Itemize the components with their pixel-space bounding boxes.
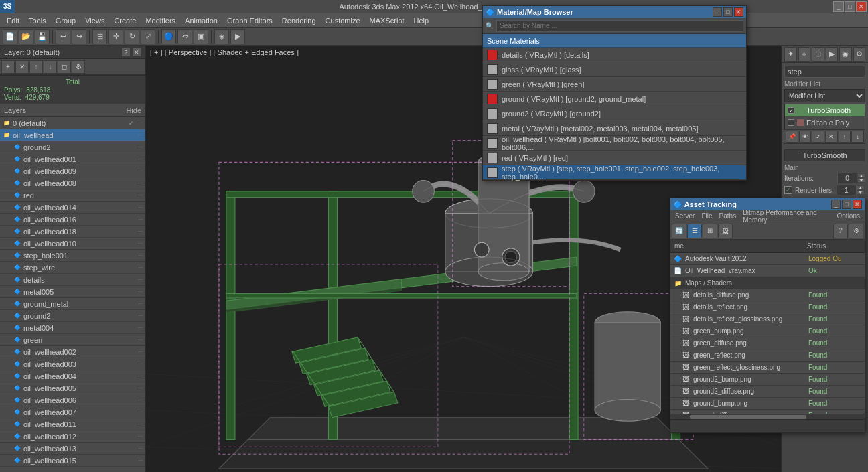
layer-item[interactable]: 🔷green··· — [0, 334, 145, 346]
menu-group[interactable]: Group — [52, 15, 80, 26]
display-tab[interactable]: ◉ — [839, 47, 852, 62]
select-tool[interactable]: ⊞ — [92, 29, 107, 44]
menu-customize[interactable]: Customize — [321, 15, 364, 26]
mat-browser-restore[interactable]: □ — [723, 7, 733, 17]
mat-item[interactable]: ground ( VRayMtl ) [ground2, ground_meta… — [483, 92, 746, 106]
iterations-input[interactable] — [837, 173, 857, 183]
asset-settings[interactable]: ⚙ — [849, 224, 863, 238]
close-button[interactable]: ✕ — [856, 1, 867, 12]
layer-panel-help[interactable]: ? — [121, 48, 131, 57]
menu-rendering[interactable]: Rendering — [278, 15, 320, 26]
asset-menu-item[interactable]: Server — [673, 212, 697, 220]
asset-menu-item[interactable]: Options — [835, 212, 862, 220]
modifier-turbosmooth[interactable]: ✓ TurboSmooth — [785, 104, 865, 116]
asset-row[interactable]: 🖼green_reflect_glossiness.pngFound — [670, 362, 865, 374]
mat-item[interactable]: green ( VRayMtl ) [green] — [483, 77, 746, 92]
asset-thumb-view[interactable]: 🖼 — [718, 224, 733, 238]
layer-item[interactable]: 🔷metal004··· — [0, 322, 145, 334]
asset-row[interactable]: 🖼green_diffuse.pngFound — [670, 337, 865, 349]
save-tool[interactable]: 💾 — [35, 29, 50, 44]
layer-item[interactable]: 🔷oil_wellhead007··· — [0, 406, 145, 418]
mat-item[interactable]: red ( VRayMtl ) [red] — [483, 151, 746, 165]
layer-panel-close[interactable]: ✕ — [132, 48, 141, 57]
mat-search-input[interactable] — [496, 20, 743, 32]
asset-menu-item[interactable]: Bitmap Performance and Memory — [741, 209, 832, 224]
open-tool[interactable]: 📂 — [19, 29, 33, 44]
undo-tool[interactable]: ↩ — [56, 29, 70, 44]
layer-item[interactable]: 🔷oil_wellhead006··· — [0, 394, 145, 406]
asset-minimize[interactable]: _ — [831, 200, 841, 209]
material-editor-tool[interactable]: ◈ — [214, 29, 229, 44]
asset-row[interactable]: 🖼green_bump.pngFound — [670, 325, 865, 337]
layer-item[interactable]: 🔷oil_wellhead012··· — [0, 430, 145, 443]
delete-mod-tool[interactable]: ✕ — [825, 131, 838, 143]
layer-item[interactable]: 🔷oil_wellhead003··· — [0, 358, 145, 370]
asset-row[interactable]: 🖼details_reflect.pngFound — [670, 301, 865, 313]
move-tool[interactable]: ✛ — [108, 29, 123, 44]
pin-tool[interactable]: 📌 — [786, 131, 798, 143]
mat-browser-minimize[interactable]: _ — [713, 7, 722, 17]
iterations-up[interactable]: ▲ — [857, 173, 865, 178]
turbosmooth-checkbox[interactable]: ✓ — [788, 107, 794, 114]
menu-maxscript[interactable]: MAXScript — [366, 15, 409, 26]
mat-item[interactable]: oil_wellhead ( VRayMtl ) [bolt001, bolt0… — [483, 136, 746, 151]
layer-item[interactable]: 🔷oil_wellhead018··· — [0, 226, 145, 238]
render-iters-down[interactable]: ▼ — [857, 190, 865, 195]
render-iters-input[interactable] — [837, 185, 857, 195]
layer-item[interactable]: 📁0 (default)✓··· — [0, 117, 145, 129]
layers-list[interactable]: 📁0 (default)✓···📁oil_wellhead···🔷ground2… — [0, 117, 145, 472]
asset-list-view[interactable]: ☰ — [687, 224, 702, 238]
layer-item[interactable]: 🔷step_wire··· — [0, 262, 145, 274]
redo-tool[interactable]: ↪ — [72, 29, 86, 44]
layer-item[interactable]: 📁oil_wellhead··· — [0, 129, 145, 141]
layer-item[interactable]: 🔷oil_wellhead014··· — [0, 202, 145, 214]
layer-delete[interactable]: ✕ — [15, 60, 29, 74]
asset-detail-view[interactable]: ⊞ — [703, 224, 717, 238]
asset-row[interactable]: 🖼ground2_bump.pngFound — [670, 374, 865, 386]
layer-props[interactable]: ⚙ — [72, 60, 85, 74]
mirror-tool[interactable]: ⇔ — [177, 29, 192, 44]
layer-move-down[interactable]: ↓ — [44, 60, 57, 74]
asset-row[interactable]: 📄Oil_Wellhead_vray.maxOk — [670, 265, 865, 277]
layer-item[interactable]: 🔷oil_wellhead013··· — [0, 443, 145, 455]
menu-modifiers[interactable]: Modifiers — [141, 15, 179, 26]
mat-item[interactable]: details ( VRayMtl ) [details] — [483, 48, 746, 62]
align-tool[interactable]: ▣ — [194, 29, 208, 44]
mat-item[interactable]: ground2 ( VRayMtl ) [ground2] — [483, 106, 746, 121]
iterations-down[interactable]: ▼ — [857, 178, 865, 183]
render-iters-up[interactable]: ▲ — [857, 185, 865, 190]
scale-tool[interactable]: ⤢ — [141, 29, 155, 44]
menu-views[interactable]: Views — [81, 15, 108, 26]
layer-item[interactable]: 🔷oil_wellhead001··· — [0, 153, 145, 165]
mat-browser-titlebar[interactable]: 🔷 Material/Map Browser _ □ ✕ — [483, 6, 746, 18]
layer-item[interactable]: 🔷oil_wellhead002··· — [0, 346, 145, 358]
asset-row[interactable]: 🖼green_reflect.pngFound — [670, 349, 865, 362]
restore-button[interactable]: □ — [845, 1, 855, 12]
layer-item[interactable]: 🔷oil_wellhead010··· — [0, 238, 145, 250]
asset-scrollbar[interactable] — [670, 414, 865, 419]
asset-row[interactable]: 🖼ground2_diffuse.pngFound — [670, 386, 865, 398]
render-iters-spinner[interactable]: ▲ ▼ — [837, 185, 865, 195]
layer-item[interactable]: 🔷oil_wellhead005··· — [0, 382, 145, 394]
utilities-tab[interactable]: ⚙ — [853, 47, 866, 62]
asset-row[interactable]: 🖼details_reflect_glossiness.pngFound — [670, 313, 865, 325]
layer-item[interactable]: 🔷oil_wellhead009··· — [0, 165, 145, 177]
new-tool[interactable]: 📄 — [3, 29, 17, 44]
menu-tools[interactable]: Tools — [25, 15, 50, 26]
layer-new[interactable]: + — [1, 60, 15, 74]
asset-restore[interactable]: □ — [842, 200, 851, 209]
move-up-tool[interactable]: ↑ — [839, 131, 851, 143]
show-selected-tool[interactable]: ✓ — [812, 131, 824, 143]
menu-help[interactable]: Help — [410, 15, 433, 26]
menu-create[interactable]: Create — [110, 15, 140, 26]
asset-menu-item[interactable]: Paths — [717, 212, 739, 220]
menu-animation[interactable]: Animation — [181, 15, 222, 26]
modifier-editable-poly[interactable]: Editable Poly — [785, 116, 865, 129]
menu-graph-editors[interactable]: Graph Editors — [223, 15, 277, 26]
asset-row[interactable]: 🖼ground_diffuse.pngFound — [670, 410, 865, 414]
rotate-tool[interactable]: ↻ — [125, 29, 139, 44]
iterations-spinner[interactable]: ▲ ▼ — [837, 173, 865, 183]
modifier-dropdown[interactable]: Modifier List — [784, 89, 865, 102]
layer-select[interactable]: ◻ — [58, 60, 71, 74]
snaps-tool[interactable]: 🔵 — [161, 29, 176, 44]
